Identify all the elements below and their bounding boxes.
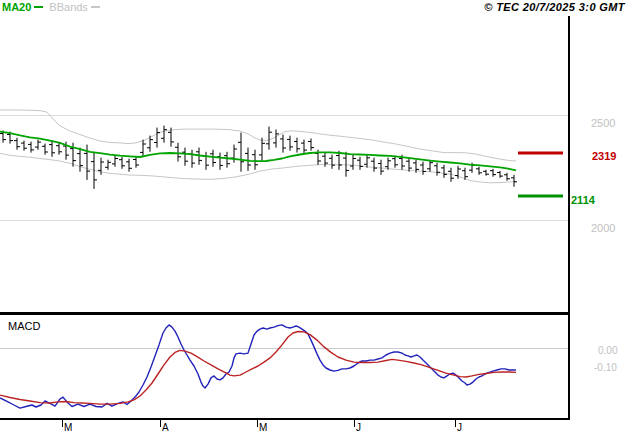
month-label: M [64,422,72,433]
macd-panel-label: MACD [8,320,40,332]
month-label: J [457,422,462,433]
legend: MA20 BBands [2,0,106,14]
chart-canvas [0,0,627,440]
month-label: M [259,422,267,433]
x-axis-line [0,418,570,420]
resistance-level-label: 2319 [592,150,616,162]
support-level-label: 2114 [571,194,595,206]
legend-ma20-label: MA20 [2,1,31,13]
y-axis-label-2500: 2500 [591,117,615,129]
signal-line [0,332,516,405]
bollinger-lower-line [0,153,516,182]
panel-divider [0,312,570,315]
stock-chart-window: MA20 BBands © TEC 20/7/2025 3:0 GMT 2500… [0,0,627,440]
macd-axis-label-neg: -0.10 [594,362,617,373]
ohlc-bars [0,126,517,189]
ma20-line-swatch [34,6,43,8]
month-label: J [356,422,361,433]
legend-bbands-label: BBands [49,1,88,13]
macd-axis-label-zero: 0.00 [598,345,617,356]
copyright-text: © TEC 20/7/2025 3:0 GMT [484,1,625,13]
bbands-line-swatch [91,6,100,8]
month-label: A [162,422,169,433]
right-axis-line [568,16,570,420]
y-axis-label-2000: 2000 [591,222,615,234]
